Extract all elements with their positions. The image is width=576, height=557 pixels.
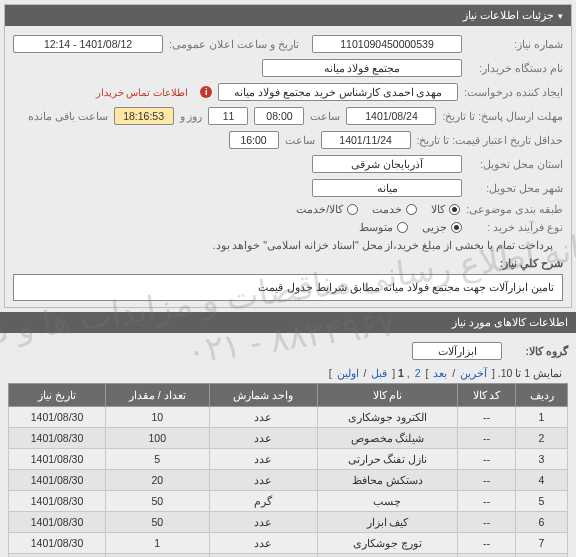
table-cell: نازل تفنگ حرارتی — [318, 449, 458, 470]
label-process: نوع فرآیند خرید : — [468, 221, 563, 233]
label-province: استان محل تحویل: — [468, 158, 563, 170]
table-cell: 2 — [516, 428, 568, 449]
pager-sep: ] — [425, 367, 428, 379]
label-min-date: حداقل تاریخ اعتبار قیمت: تا تاریخ: — [417, 134, 563, 146]
radio-icon — [347, 204, 358, 215]
table-cell: 20 — [105, 470, 209, 491]
table-cell: 5 — [105, 449, 209, 470]
table-cell: 6 — [105, 554, 209, 558]
pager-page-2[interactable]: 2 — [415, 367, 421, 379]
table-cell: 7 — [516, 533, 568, 554]
table-cell: عدد — [209, 449, 318, 470]
info-icon[interactable]: i — [200, 86, 212, 98]
table-cell: گرم — [209, 491, 318, 512]
table-cell: 8 — [516, 554, 568, 558]
table-header[interactable]: واحد شمارش — [209, 384, 318, 407]
table-row[interactable]: 6--کیف ابزارعدد501401/08/30 — [9, 512, 568, 533]
value-province: آذربایجان شرقی — [312, 155, 462, 173]
table-cell: 5 — [516, 491, 568, 512]
table-row[interactable]: 4--دستکش محافظعدد201401/08/30 — [9, 470, 568, 491]
table-cell: 1401/08/30 — [9, 428, 106, 449]
radio-icon — [397, 222, 408, 233]
table-cell: -- — [457, 491, 515, 512]
pager-last[interactable]: آخرین — [460, 367, 487, 379]
label-time-2: ساعت — [285, 134, 315, 146]
value-remain-time: 18:16:53 — [114, 107, 174, 125]
label-req-no: شماره نیاز: — [468, 38, 563, 50]
label-deadline: مهلت ارسال پاسخ: تا تاریخ: — [442, 110, 563, 122]
pager-prefix: نمایش 1 تا 10. [ — [492, 367, 562, 379]
value-min-time: 16:00 — [229, 131, 279, 149]
radio-label: کالا/خدمت — [296, 203, 343, 215]
table-cell: عدد — [209, 533, 318, 554]
table-header[interactable]: کد کالا — [457, 384, 515, 407]
table-cell: کیف ابزار — [318, 512, 458, 533]
radio-label: متوسط — [359, 221, 393, 233]
radio-option[interactable]: جزیی — [422, 221, 462, 233]
value-req-no: 1101090450000539 — [312, 35, 462, 53]
value-min-date: 1401/11/24 — [321, 131, 411, 149]
table-cell: 4 — [516, 470, 568, 491]
table-cell: -- — [457, 449, 515, 470]
table-row[interactable]: 2--شیلنگ مخصوصعدد1001401/08/30 — [9, 428, 568, 449]
value-deadline-date: 1401/08/24 — [346, 107, 436, 125]
value-remain-days: 11 — [208, 107, 248, 125]
table-cell: 1 — [516, 407, 568, 428]
label-buyer: نام دستگاه خریدار: — [468, 62, 563, 74]
pager-first[interactable]: اولین — [337, 367, 359, 379]
table-header[interactable]: نام کالا — [318, 384, 458, 407]
label-group: گروه کالا: — [508, 345, 568, 357]
table-cell: -- — [457, 428, 515, 449]
table-cell: 1 — [105, 533, 209, 554]
collapse-icon[interactable]: ▾ — [558, 11, 563, 21]
radio-option[interactable]: خدمت — [372, 203, 417, 215]
table-cell: تورچ جوشکاری — [318, 533, 458, 554]
table-cell: 3 — [516, 449, 568, 470]
table-row[interactable]: 5--چسبگرم501401/08/30 — [9, 491, 568, 512]
pager-sep: / — [452, 367, 455, 379]
items-section-title: اطلاعات کالاهای مورد نیاز — [0, 312, 576, 333]
radio-option[interactable]: کالا/خدمت — [296, 203, 358, 215]
pager-sep: ] — [329, 367, 332, 379]
radio-label: جزیی — [422, 221, 447, 233]
table-cell: شیلنگ مخصوص — [318, 428, 458, 449]
table-cell: 50 — [105, 491, 209, 512]
table-row[interactable]: 7--تورچ جوشکاریعدد11401/08/30 — [9, 533, 568, 554]
table-cell: -- — [457, 533, 515, 554]
label-category: طبقه بندی موضوعی: — [466, 203, 563, 215]
table-cell: 1401/08/30 — [9, 533, 106, 554]
table-row[interactable]: 8--بالابر بشکه فلزیعدد61401/08/30 — [9, 554, 568, 558]
radio-option[interactable]: متوسط — [359, 221, 408, 233]
pager-prev[interactable]: قبل — [371, 367, 387, 379]
table-header[interactable]: تعداد / مقدار — [105, 384, 209, 407]
value-announce: 1401/08/12 - 12:14 — [13, 35, 163, 53]
radio-icon — [451, 222, 462, 233]
table-header[interactable]: ردیف — [516, 384, 568, 407]
pager: نمایش 1 تا 10. [ آخرین / بعد ] 2 , 1 [ ق… — [8, 363, 568, 383]
table-cell: -- — [457, 470, 515, 491]
table-row[interactable]: 3--نازل تفنگ حرارتیعدد51401/08/30 — [9, 449, 568, 470]
pager-next[interactable]: بعد — [433, 367, 447, 379]
creator-note[interactable]: اطلاعات تماس خریدار — [96, 87, 189, 98]
value-city: میانه — [312, 179, 462, 197]
label-desc: شرح کلي نياز: — [468, 257, 563, 269]
process-note: پرداخت تمام یا بخشی از مبلغ خرید،از محل … — [213, 239, 553, 251]
table-cell: 100 — [105, 428, 209, 449]
pager-sep: [ — [392, 367, 395, 379]
table-cell: عدد — [209, 407, 318, 428]
table-cell: 50 — [105, 512, 209, 533]
value-buyer: مجتمع فولاد میانه — [262, 59, 462, 77]
value-group: ابزارآلات — [412, 342, 502, 360]
radio-label: کالا — [431, 203, 445, 215]
value-deadline-time: 08:00 — [254, 107, 304, 125]
table-header[interactable]: تاریخ نیاز — [9, 384, 106, 407]
table-cell: -- — [457, 554, 515, 558]
process-radio-group: جزییمتوسط — [359, 221, 462, 233]
table-cell: دستکش محافظ — [318, 470, 458, 491]
table-row[interactable]: 1--الکترود جوشکاریعدد101401/08/30 — [9, 407, 568, 428]
label-city: شهر محل تحویل: — [468, 182, 563, 194]
radio-option[interactable]: کالا — [431, 203, 460, 215]
radio-label: خدمت — [372, 203, 402, 215]
panel-title: جزئیات اطلاعات نیاز — [463, 9, 554, 22]
table-cell: -- — [457, 407, 515, 428]
